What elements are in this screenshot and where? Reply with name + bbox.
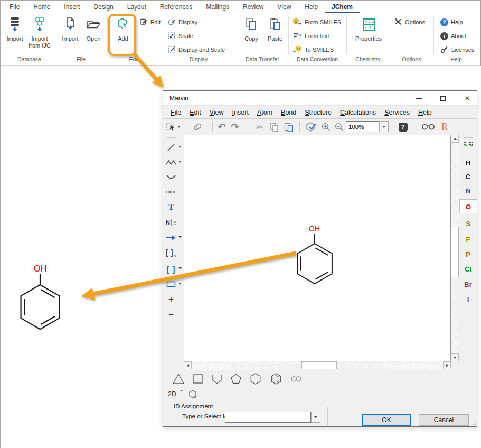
rectangle-tool[interactable] (165, 278, 177, 291)
tab-references[interactable]: References (153, 1, 199, 13)
menu-atom[interactable]: Atom (253, 107, 277, 118)
check-structure-button[interactable] (305, 120, 317, 133)
element-i-button[interactable]: I (459, 293, 477, 306)
display-and-scale-button[interactable]: Display and Scale (167, 44, 225, 55)
scroll-left-button[interactable] (184, 361, 192, 369)
template-naphthalene[interactable] (288, 371, 304, 386)
redo-button[interactable]: ↷ (229, 120, 241, 133)
template-cyclohexane[interactable] (248, 371, 263, 386)
menu-bond[interactable]: Bond (277, 107, 300, 118)
tab-file[interactable]: File (3, 1, 26, 13)
canvas-phenol-structure[interactable]: OH (286, 213, 344, 293)
vertical-scroll-thumb[interactable] (451, 227, 459, 277)
repeating-group-tool[interactable]: [ ]n (165, 247, 177, 259)
view-glasses-button[interactable] (420, 120, 436, 133)
import-from-ijc-button[interactable]: Import from IJC (26, 15, 53, 55)
marvin-drawing-canvas[interactable]: OH (184, 135, 451, 361)
element-n-button[interactable]: N (459, 185, 477, 198)
arrow-tool-caret[interactable] (178, 236, 182, 238)
rectangle-tool-caret[interactable] (178, 283, 182, 285)
text-tool[interactable]: T (165, 201, 177, 213)
menu-file[interactable]: File (166, 107, 185, 118)
menu-insert[interactable]: Insert (228, 107, 253, 118)
r-group-button[interactable]: R (438, 120, 451, 133)
tab-layout[interactable]: Layout (120, 1, 153, 13)
licenses-button[interactable]: Licenses (440, 44, 474, 55)
help-button[interactable]: ? Help (440, 16, 463, 28)
element-s-button[interactable]: S (459, 218, 477, 230)
properties-button[interactable]: a0.4x3.1 Properties (351, 15, 386, 55)
from-smiles-button[interactable]: From SMILES (293, 16, 341, 28)
menu-help[interactable]: Help (414, 107, 436, 118)
brackets-tool-caret[interactable] (178, 267, 182, 269)
document-phenol-structure[interactable]: OH (8, 251, 72, 339)
element-p-button[interactable]: P (459, 248, 477, 261)
minimize-button[interactable] (409, 91, 428, 106)
eraser-button[interactable] (191, 120, 204, 133)
marvin-titlebar[interactable]: Marvin (163, 91, 477, 106)
chain-tool-caret[interactable] (178, 161, 182, 163)
scroll-up-button[interactable] (451, 135, 459, 143)
menu-edit[interactable]: Edit (185, 107, 205, 118)
template-cyclopentane-open[interactable] (209, 371, 225, 386)
element-c-button[interactable]: C (459, 171, 477, 183)
tab-insert[interactable]: Insert (57, 1, 87, 13)
import-database-button[interactable]: Import (5, 15, 25, 55)
scale-button[interactable]: Scale (167, 30, 193, 42)
display-button[interactable]: Display (167, 16, 197, 28)
zoom-out-button[interactable] (333, 120, 345, 133)
toolbar-grip[interactable] (167, 373, 167, 385)
tab-jchem[interactable]: JChem (325, 1, 360, 13)
periodic-table-button[interactable] (462, 139, 475, 152)
reaction-arrow-tool[interactable] (165, 231, 177, 244)
template-cyclopentane[interactable] (228, 371, 244, 386)
scroll-down-button[interactable] (451, 353, 459, 361)
zoom-in-button[interactable] (319, 120, 332, 133)
add-structure-button[interactable]: Add (111, 15, 135, 55)
tab-review[interactable]: Review (236, 1, 270, 13)
brackets-tool[interactable]: [ ] (165, 263, 177, 275)
marvin-help-button[interactable]: ? (397, 120, 409, 133)
close-button[interactable]: ✕ (458, 91, 477, 106)
edit-structure-button[interactable]: Edit (139, 16, 161, 28)
multiple-bond-tool[interactable] (165, 185, 177, 198)
dimension-mode-label[interactable]: 2D (168, 390, 176, 398)
increase-charge-tool[interactable]: + (165, 293, 177, 306)
zoom-level-dropdown-button[interactable] (379, 121, 389, 132)
toolbar-grip[interactable] (167, 137, 176, 138)
from-text-button[interactable]: From text (293, 30, 329, 42)
select-tool-button[interactable] (165, 120, 181, 133)
chain-tool[interactable] (165, 156, 177, 169)
canvas-vertical-scrollbar[interactable] (451, 135, 459, 361)
element-h-button[interactable]: H (459, 157, 477, 170)
scroll-right-button[interactable] (443, 361, 451, 369)
bond-tool-caret[interactable] (178, 146, 182, 148)
id-input[interactable] (225, 412, 311, 423)
template-benzene[interactable] (268, 371, 284, 386)
menu-services[interactable]: Services (380, 107, 414, 118)
atom-label-tool[interactable]: N (165, 216, 177, 229)
arc-tool[interactable] (165, 171, 177, 183)
undo-button[interactable]: ↶ (215, 120, 228, 133)
select-tool-caret[interactable] (177, 126, 181, 128)
decrease-charge-tool[interactable]: − (165, 309, 177, 321)
maximize-button[interactable] (433, 91, 452, 106)
toolbar-grip[interactable] (464, 137, 473, 138)
resize-grip-icon[interactable] (471, 420, 477, 425)
element-cl-button[interactable]: Cl (459, 263, 477, 276)
id-dropdown-button[interactable] (311, 412, 320, 423)
template-cyclopropane[interactable] (171, 371, 186, 386)
paste-button[interactable]: Paste (264, 15, 286, 55)
zoom-level-input[interactable] (346, 121, 379, 132)
horizontal-scroll-thumb[interactable] (301, 361, 337, 369)
tab-design[interactable]: Design (87, 1, 120, 13)
tab-home[interactable]: Home (26, 1, 57, 13)
canvas-horizontal-scrollbar[interactable] (184, 361, 451, 370)
single-bond-tool[interactable] (165, 141, 177, 154)
copy-button-toolbar[interactable] (268, 120, 280, 133)
tab-view[interactable]: View (271, 1, 298, 13)
options-button[interactable]: Options (394, 16, 425, 28)
tab-help[interactable]: Help (298, 1, 325, 13)
about-button[interactable]: i About (440, 30, 466, 42)
element-o-button-selected[interactable]: O (459, 199, 477, 213)
